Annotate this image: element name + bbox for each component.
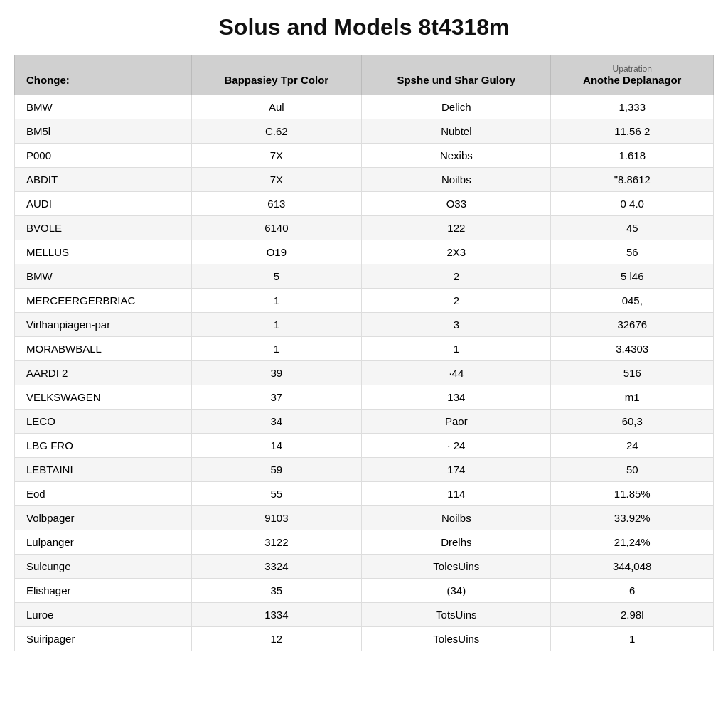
cell-col2: 613: [191, 192, 362, 216]
cell-col2: 12: [191, 627, 362, 651]
cell-col3: 3: [362, 313, 551, 337]
cell-col4: 32676: [551, 313, 714, 337]
table-row: BMWAulDelich1,333: [15, 95, 714, 119]
cell-col1: BM5l: [15, 119, 192, 144]
table-row: LECO34Paor60,3: [15, 410, 714, 434]
cell-col3: Delich: [362, 95, 551, 119]
cell-col4: "8.8612: [551, 168, 714, 192]
cell-col4: 56: [551, 240, 714, 264]
cell-col3: 174: [362, 458, 551, 482]
cell-col3: Noilbs: [362, 168, 551, 192]
cell-col2: 1: [191, 289, 362, 313]
cell-col1: LEBTAINI: [15, 458, 192, 482]
table-row: Luroe1334TotsUins2.98l: [15, 603, 714, 627]
cell-col3: (34): [362, 579, 551, 603]
cell-col4: 045,: [551, 289, 714, 313]
table-row: Virlhanpiagen-par1332676: [15, 313, 714, 337]
cell-col4: 3.4303: [551, 337, 714, 361]
cell-col2: 59: [191, 458, 362, 482]
cell-col1: Luroe: [15, 603, 192, 627]
cell-col4: 50: [551, 458, 714, 482]
cell-col2: 3122: [191, 530, 362, 555]
col4-header: Upatration Anothe Deplanagor: [551, 55, 714, 95]
cell-col1: Suiripager: [15, 627, 192, 651]
cell-col3: Nexibs: [362, 144, 551, 168]
cell-col1: MERCEERGERBRIAC: [15, 289, 192, 313]
table-row: LBG FRO14· 2424: [15, 434, 714, 458]
cell-col2: 9103: [191, 506, 362, 530]
table-row: MERCEERGERBRIAC12045,: [15, 289, 714, 313]
cell-col1: BVOLE: [15, 216, 192, 240]
table-row: Sulcunge3324TolesUins344,048: [15, 555, 714, 579]
cell-col3: 2: [362, 264, 551, 289]
table-row: AARDI 239·44516: [15, 361, 714, 385]
table-row: AUDI613O330 4.0: [15, 192, 714, 216]
main-table: Chonge: Bappasiey Tpr Color Spshe und Sh…: [14, 55, 714, 651]
cell-col1: LBG FRO: [15, 434, 192, 458]
cell-col4: m1: [551, 385, 714, 410]
cell-col4: 1: [551, 627, 714, 651]
cell-col1: Virlhanpiagen-par: [15, 313, 192, 337]
cell-col3: 134: [362, 385, 551, 410]
cell-col2: 7X: [191, 168, 362, 192]
cell-col2: C.62: [191, 119, 362, 144]
table-row: ABDIT7XNoilbs"8.8612: [15, 168, 714, 192]
cell-col1: MELLUS: [15, 240, 192, 264]
table-row: MORABWBALL113.4303: [15, 337, 714, 361]
col3-header: Spshe und Shar Gulory: [362, 55, 551, 95]
cell-col1: ABDIT: [15, 168, 192, 192]
cell-col3: 1: [362, 337, 551, 361]
cell-col2: 6140: [191, 216, 362, 240]
cell-col4: 344,048: [551, 555, 714, 579]
col1-header: Chonge:: [15, 55, 192, 95]
cell-col1: BMW: [15, 95, 192, 119]
cell-col1: Sulcunge: [15, 555, 192, 579]
cell-col3: 2X3: [362, 240, 551, 264]
col2-header: Bappasiey Tpr Color: [191, 55, 362, 95]
table-row: Eod5511411.85%: [15, 482, 714, 506]
cell-col2: 7X: [191, 144, 362, 168]
cell-col4: 516: [551, 361, 714, 385]
table-row: VELKSWAGEN37134m1: [15, 385, 714, 410]
cell-col3: · 24: [362, 434, 551, 458]
table-header-row: Chonge: Bappasiey Tpr Color Spshe und Sh…: [15, 55, 714, 95]
cell-col4: 5 l46: [551, 264, 714, 289]
cell-col3: TotsUins: [362, 603, 551, 627]
cell-col2: 3324: [191, 555, 362, 579]
table-row: BM5lC.62Nubtel11.56 2: [15, 119, 714, 144]
table-row: LEBTAINI5917450: [15, 458, 714, 482]
table-row: Suiripager12TolesUins1: [15, 627, 714, 651]
cell-col3: 2: [362, 289, 551, 313]
cell-col2: 1: [191, 313, 362, 337]
cell-col2: Aul: [191, 95, 362, 119]
cell-col2: 1334: [191, 603, 362, 627]
table-row: MELLUSO192X356: [15, 240, 714, 264]
cell-col3: O33: [362, 192, 551, 216]
cell-col3: ·44: [362, 361, 551, 385]
cell-col3: TolesUins: [362, 627, 551, 651]
cell-col1: AARDI 2: [15, 361, 192, 385]
cell-col3: 114: [362, 482, 551, 506]
cell-col2: 39: [191, 361, 362, 385]
table-row: BVOLE614012245: [15, 216, 714, 240]
cell-col1: AUDI: [15, 192, 192, 216]
cell-col2: 34: [191, 410, 362, 434]
cell-col2: 55: [191, 482, 362, 506]
cell-col2: 5: [191, 264, 362, 289]
cell-col4: 45: [551, 216, 714, 240]
cell-col4: 11.56 2: [551, 119, 714, 144]
table-body: BMWAulDelich1,333BM5lC.62Nubtel11.56 2P0…: [15, 95, 714, 651]
cell-col3: TolesUins: [362, 555, 551, 579]
cell-col1: LECO: [15, 410, 192, 434]
cell-col4: 0 4.0: [551, 192, 714, 216]
cell-col3: 122: [362, 216, 551, 240]
cell-col1: BMW: [15, 264, 192, 289]
cell-col4: 33.92%: [551, 506, 714, 530]
table-row: Elishager35(34)6: [15, 579, 714, 603]
cell-col4: 2.98l: [551, 603, 714, 627]
table-row: Lulpanger3122Drelhs21,24%: [15, 530, 714, 555]
cell-col4: 11.85%: [551, 482, 714, 506]
cell-col2: 35: [191, 579, 362, 603]
cell-col2: 14: [191, 434, 362, 458]
cell-col4: 1,333: [551, 95, 714, 119]
